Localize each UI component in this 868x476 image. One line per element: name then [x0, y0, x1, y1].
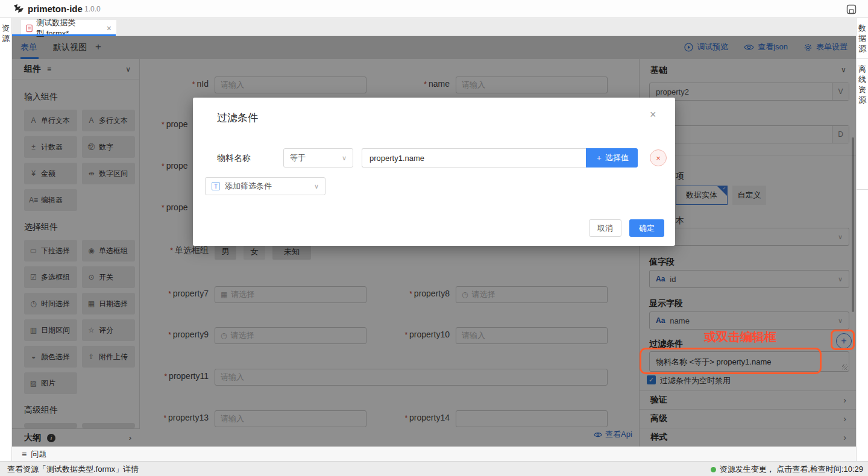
remove-condition-button[interactable]: × [650, 149, 667, 166]
chevron-down-icon: ∨ [342, 154, 347, 162]
field-type-icon: T [212, 182, 220, 190]
status-change-text: 资源发生变更， 点击查看,检查时间:10:29 [720, 464, 863, 475]
status-dot-icon [711, 467, 716, 472]
filter-condition-modal: 过滤条件 × 物料名称 等于 ∨ property1.name ＋ 选择值 × … [193, 98, 675, 246]
filter-value-input[interactable]: property1.name [362, 148, 586, 168]
app-version: 1.0.0 [84, 5, 101, 13]
filter-field-label: 物料名称 [217, 153, 251, 164]
document-tab[interactable]: 测试数据类型.formx* × [21, 20, 116, 36]
list-icon: ≡ [22, 449, 27, 459]
chevron-down-icon: ∨ [314, 183, 319, 190]
operator-select[interactable]: 等于 ∨ [283, 148, 353, 168]
annotation-note: 或双击编辑框 [704, 329, 776, 345]
rail-divider [857, 58, 868, 59]
status-bar: 查看资源「测试数据类型.formx」详情 资源发生变更， 点击查看,检查时间:1… [0, 461, 868, 476]
left-rail-resources-tab[interactable]: 资源 [1, 23, 11, 43]
save-icon[interactable] [846, 4, 857, 14]
annotation-rect-filter-textarea [640, 348, 822, 374]
title-bar: primeton-ide 1.0.0 [0, 0, 868, 18]
add-filter-condition-select[interactable]: T 添加筛选条件 ∨ [205, 177, 326, 195]
right-rail-datasource-tab[interactable]: 数据源 [858, 23, 867, 54]
ok-button[interactable]: 确定 [629, 219, 664, 237]
left-rail: 资源 [0, 18, 12, 461]
modal-title: 过滤条件 [217, 111, 258, 125]
annotation-rect-plus-button [831, 330, 855, 350]
right-rail: 数据源 离线资源 [856, 18, 868, 461]
operator-value: 等于 [290, 152, 306, 163]
select-value-button[interactable]: ＋ 选择值 [586, 148, 638, 168]
modal-close-icon[interactable]: × [650, 108, 656, 121]
status-change-notice[interactable]: 资源发生变更， 点击查看,检查时间:10:29 [711, 464, 863, 475]
app-name: primeton-ide [28, 4, 83, 14]
status-resource-link[interactable]: 查看资源「测试数据类型.formx」详情 [7, 464, 139, 475]
document-tab-strip: 测试数据类型.formx* × [12, 18, 856, 36]
rail-divider [857, 189, 868, 190]
form-file-icon [26, 24, 33, 33]
tab-close-icon[interactable]: × [107, 23, 112, 33]
problems-label: 问题 [31, 449, 46, 460]
right-rail-offline-tab[interactable]: 离线资源 [858, 64, 867, 105]
problems-bar[interactable]: ≡ 问题 [12, 446, 856, 461]
app-logo-icon [12, 3, 25, 15]
add-filter-condition-label: 添加筛选条件 [225, 181, 272, 192]
cancel-button[interactable]: 取消 [589, 219, 621, 237]
filter-value: property1.name [370, 154, 424, 163]
